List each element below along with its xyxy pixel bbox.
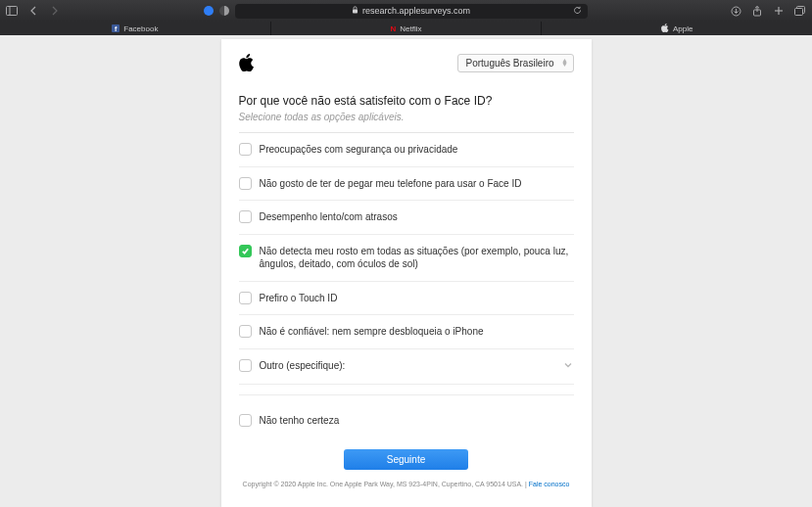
option-label: Preocupações com segurança ou privacidad…: [260, 143, 574, 157]
language-select[interactable]: Português Brasileiro: [457, 54, 574, 72]
contact-link[interactable]: Fale conosco: [529, 481, 570, 487]
option-other[interactable]: Outro (especifique):: [239, 349, 574, 386]
checkbox-icon[interactable]: [239, 210, 252, 223]
bookmarks-bar: f Facebook N Netflix Apple: [0, 22, 812, 35]
apple-icon: [661, 23, 669, 34]
back-icon[interactable]: [27, 5, 39, 17]
svg-rect-10: [795, 9, 803, 16]
option-slow[interactable]: Desempenho lento/com atrasos: [239, 201, 574, 235]
new-tab-icon[interactable]: [773, 5, 785, 17]
bookmark-label: Netflix: [400, 24, 421, 33]
reader-icon[interactable]: [219, 6, 229, 16]
option-touch-id[interactable]: Prefiro o Touch ID: [239, 282, 574, 316]
bookmark-netflix[interactable]: N Netflix: [271, 22, 543, 35]
copyright-text: Copyright © 2020 Apple Inc. One Apple Pa…: [243, 481, 529, 487]
svg-rect-0: [7, 7, 18, 16]
privacy-report-icon[interactable]: [204, 6, 214, 16]
next-button[interactable]: Seguinte: [344, 449, 468, 470]
option-label: Outro (especifique):: [260, 359, 350, 373]
facebook-icon: f: [112, 24, 119, 32]
checkbox-icon[interactable]: [239, 245, 252, 257]
option-label: Desempenho lento/com atrasos: [260, 210, 574, 224]
checkbox-icon[interactable]: [239, 325, 252, 338]
survey-card: Português Brasileiro Por que você não es…: [221, 39, 592, 507]
option-label: Não gosto de ter de pegar meu telefone p…: [260, 177, 574, 191]
apple-logo-icon: [239, 54, 255, 71]
page-viewport: Português Brasileiro Por que você não es…: [0, 35, 812, 507]
url-text: research.applesurveys.com: [362, 6, 470, 16]
checkbox-icon[interactable]: [239, 143, 252, 156]
option-detect-face[interactable]: Não detecta meu rosto em todas as situaç…: [239, 235, 574, 282]
survey-question: Por que você não está satisfeito com o F…: [239, 94, 574, 108]
tabs-icon[interactable]: [794, 5, 806, 17]
share-icon[interactable]: [751, 5, 763, 17]
bookmark-label: Apple: [673, 24, 693, 33]
netflix-icon: N: [391, 24, 397, 33]
bookmark-apple[interactable]: Apple: [542, 22, 812, 35]
checkbox-icon[interactable]: [239, 414, 252, 427]
footer: Copyright © 2020 Apple Inc. One Apple Pa…: [239, 480, 574, 489]
option-label: Prefiro o Touch ID: [260, 292, 574, 305]
survey-subtitle: Selecione todas as opções aplicáveis.: [239, 112, 574, 122]
reload-icon[interactable]: [573, 6, 582, 17]
option-unreliable[interactable]: Não é confiável: nem sempre desbloqueia …: [239, 315, 574, 349]
option-unsure[interactable]: Não tenho certeza: [239, 404, 574, 438]
chevron-down-icon: [562, 359, 574, 375]
checkbox-icon[interactable]: [239, 292, 252, 304]
svg-rect-2: [353, 10, 358, 14]
browser-toolbar: research.applesurveys.com: [0, 0, 812, 22]
sidebar-toggle-icon[interactable]: [6, 5, 18, 17]
bookmark-label: Facebook: [123, 24, 158, 33]
option-hold-phone[interactable]: Não gosto de ter de pegar meu telefone p…: [239, 167, 574, 202]
checkbox-icon[interactable]: [239, 359, 252, 372]
option-label: Não tenho certeza: [260, 414, 574, 428]
bookmark-facebook[interactable]: f Facebook: [0, 22, 271, 35]
forward-icon[interactable]: [49, 5, 61, 17]
option-label: Não é confiável: nem sempre desbloqueia …: [260, 325, 574, 339]
option-security[interactable]: Preocupações com segurança ou privacidad…: [239, 133, 574, 167]
url-bar[interactable]: research.applesurveys.com: [235, 4, 588, 19]
downloads-icon[interactable]: [730, 5, 741, 17]
checkbox-icon[interactable]: [239, 177, 252, 190]
lock-icon: [352, 6, 358, 16]
option-label: Não detecta meu rosto em todas as situaç…: [260, 245, 574, 271]
